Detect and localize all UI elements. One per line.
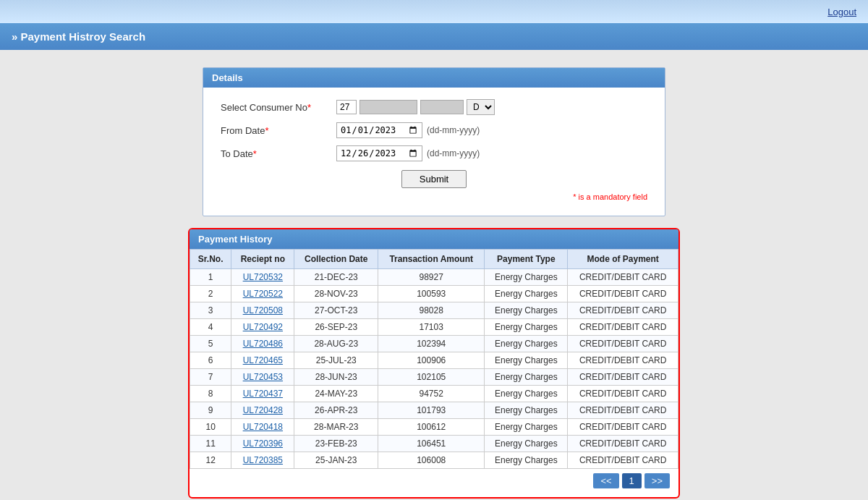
table-row: 1 UL720532 21-DEC-23 98927 Energy Charge… — [190, 269, 678, 286]
consumer-masked-1[interactable] — [359, 100, 417, 114]
cell-amount: 100612 — [378, 419, 485, 436]
from-date-hint: (dd-mm-yyyy) — [427, 125, 480, 135]
cell-date: 26-SEP-23 — [294, 319, 378, 336]
submit-row: Submit — [221, 170, 647, 188]
table-row: 11 UL720396 23-FEB-23 106451 Energy Char… — [190, 436, 678, 452]
cell-mode: CREDIT/DEBIT CARD — [568, 402, 678, 419]
cell-receipt: UL720486 — [231, 336, 294, 352]
table-row: 12 UL720385 25-JAN-23 106008 Energy Char… — [190, 452, 678, 469]
table-row: 10 UL720418 28-MAR-23 100612 Energy Char… — [190, 419, 678, 436]
details-section: Details Select Consumer No* D A B C — [203, 67, 665, 216]
cell-date: 25-JUL-23 — [294, 352, 378, 369]
receipt-link[interactable]: UL720437 — [243, 389, 283, 399]
cell-amount: 94752 — [378, 386, 485, 402]
from-date-row: From Date* (dd-mm-yyyy) — [221, 122, 647, 138]
cell-amount: 100593 — [378, 286, 485, 302]
cell-date: 28-AUG-23 — [294, 336, 378, 352]
cell-receipt: UL720418 — [231, 419, 294, 436]
cell-sr: 7 — [190, 369, 231, 386]
top-bar: Logout — [0, 0, 868, 23]
cell-sr: 8 — [190, 386, 231, 402]
consumer-label: Select Consumer No* — [221, 102, 336, 113]
cell-receipt: UL720453 — [231, 369, 294, 386]
receipt-link[interactable]: UL720522 — [243, 289, 283, 299]
cell-amount: 102105 — [378, 369, 485, 386]
current-page-button[interactable]: 1 — [622, 473, 642, 488]
col-amount: Transaction Amount — [378, 250, 485, 269]
from-date-label: From Date* — [221, 125, 336, 136]
cell-payment-type: Energy Charges — [485, 286, 568, 302]
cell-amount: 101793 — [378, 402, 485, 419]
cell-receipt: UL720508 — [231, 302, 294, 319]
table-row: 5 UL720486 28-AUG-23 102394 Energy Charg… — [190, 336, 678, 352]
receipt-link[interactable]: UL720418 — [243, 422, 283, 432]
cell-payment-type: Energy Charges — [485, 402, 568, 419]
cell-sr: 2 — [190, 286, 231, 302]
cell-mode: CREDIT/DEBIT CARD — [568, 452, 678, 469]
to-date-input[interactable] — [336, 145, 422, 161]
cell-date: 28-JUN-23 — [294, 369, 378, 386]
cell-payment-type: Energy Charges — [485, 302, 568, 319]
cell-mode: CREDIT/DEBIT CARD — [568, 319, 678, 336]
cell-sr: 12 — [190, 452, 231, 469]
cell-receipt: UL720465 — [231, 352, 294, 369]
receipt-link[interactable]: UL720385 — [243, 455, 283, 465]
logout-link[interactable]: Logout — [827, 7, 856, 17]
receipt-link[interactable]: UL720508 — [243, 305, 283, 315]
cell-payment-type: Energy Charges — [485, 452, 568, 469]
cell-payment-type: Energy Charges — [485, 369, 568, 386]
to-date-hint: (dd-mm-yyyy) — [427, 148, 480, 158]
col-receipt: Reciept no — [231, 250, 294, 269]
cell-mode: CREDIT/DEBIT CARD — [568, 302, 678, 319]
table-row: 7 UL720453 28-JUN-23 102105 Energy Charg… — [190, 369, 678, 386]
cell-date: 24-MAY-23 — [294, 386, 378, 402]
cell-mode: CREDIT/DEBIT CARD — [568, 436, 678, 452]
cell-date: 27-OCT-23 — [294, 302, 378, 319]
consumer-no-input[interactable] — [336, 100, 357, 114]
cell-receipt: UL720532 — [231, 269, 294, 286]
mandatory-note: * is a mandatory field — [221, 192, 647, 201]
cell-sr: 1 — [190, 269, 231, 286]
cell-receipt: UL720396 — [231, 436, 294, 452]
col-mode: Mode of Payment — [568, 250, 678, 269]
payment-history-section: Payment History Sr.No. Reciept no Collec… — [188, 228, 680, 499]
table-row: 4 UL720492 26-SEP-23 17103 Energy Charge… — [190, 319, 678, 336]
receipt-link[interactable]: UL720396 — [243, 438, 283, 449]
cell-receipt: UL720437 — [231, 386, 294, 402]
table-row: 8 UL720437 24-MAY-23 94752 Energy Charge… — [190, 386, 678, 402]
cell-payment-type: Energy Charges — [485, 352, 568, 369]
receipt-link[interactable]: UL720453 — [243, 372, 283, 382]
cell-payment-type: Energy Charges — [485, 386, 568, 402]
receipt-link[interactable]: UL720465 — [243, 355, 283, 365]
details-title: Details — [212, 72, 243, 83]
cell-amount: 98028 — [378, 302, 485, 319]
from-date-input[interactable] — [336, 122, 422, 138]
prev-page-button[interactable]: << — [593, 473, 618, 488]
details-header: Details — [203, 68, 665, 88]
cell-sr: 9 — [190, 402, 231, 419]
receipt-link[interactable]: UL720486 — [243, 339, 283, 349]
cell-payment-type: Energy Charges — [485, 436, 568, 452]
cell-payment-type: Energy Charges — [485, 419, 568, 436]
to-date-row: To Date* (dd-mm-yyyy) — [221, 145, 647, 161]
receipt-link[interactable]: UL720492 — [243, 322, 283, 332]
page-header: » Payment Histroy Search — [0, 23, 868, 50]
page-title: » Payment Histroy Search — [12, 30, 145, 43]
cell-date: 28-NOV-23 — [294, 286, 378, 302]
receipt-link[interactable]: UL720428 — [243, 405, 283, 415]
submit-button[interactable]: Submit — [401, 170, 467, 188]
cell-sr: 3 — [190, 302, 231, 319]
next-page-button[interactable]: >> — [644, 473, 670, 488]
consumer-suffix-select[interactable]: D A B C — [467, 99, 495, 115]
cell-amount: 98927 — [378, 269, 485, 286]
cell-mode: CREDIT/DEBIT CARD — [568, 336, 678, 352]
cell-mode: CREDIT/DEBIT CARD — [568, 419, 678, 436]
consumer-masked-2[interactable] — [420, 100, 464, 114]
table-row: 2 UL720522 28-NOV-23 100593 Energy Charg… — [190, 286, 678, 302]
table-header: Sr.No. Reciept no Collection Date Transa… — [190, 250, 678, 269]
header-row: Sr.No. Reciept no Collection Date Transa… — [190, 250, 678, 269]
page-content: Details Select Consumer No* D A B C — [0, 50, 868, 500]
col-payment-type: Payment Type — [485, 250, 568, 269]
cell-amount: 102394 — [378, 336, 485, 352]
receipt-link[interactable]: UL720532 — [243, 272, 283, 282]
